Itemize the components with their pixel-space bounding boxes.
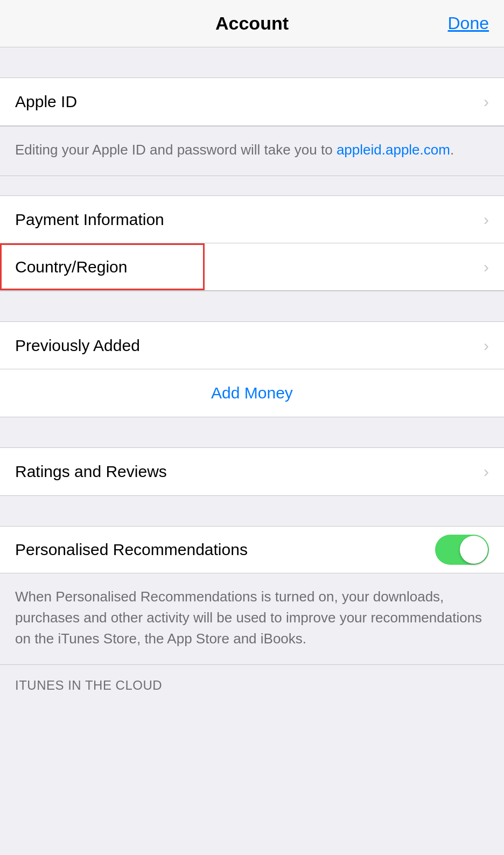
previously-added-row[interactable]: Previously Added › bbox=[0, 322, 504, 369]
apple-id-info-row: Editing your Apple ID and password will … bbox=[0, 126, 504, 176]
payment-chevron-icon: › bbox=[484, 211, 489, 229]
apple-id-info-text: Editing your Apple ID and password will … bbox=[15, 142, 454, 158]
personalised-recommendations-label: Personalised Recommendations bbox=[15, 541, 248, 559]
ratings-reviews-chevron-icon: › bbox=[484, 462, 489, 481]
ratings-reviews-label: Ratings and Reviews bbox=[15, 462, 167, 481]
spacer-3 bbox=[0, 417, 504, 447]
apple-id-label: Apple ID bbox=[15, 93, 77, 111]
ratings-reviews-group: Ratings and Reviews › bbox=[0, 447, 504, 496]
done-button[interactable]: Done bbox=[448, 13, 489, 33]
payment-information-row[interactable]: Payment Information › bbox=[0, 196, 504, 243]
page-title: Account bbox=[215, 13, 289, 34]
add-money-row[interactable]: Add Money bbox=[0, 369, 504, 417]
country-region-chevron-icon: › bbox=[484, 258, 489, 276]
personalised-recommendations-info-text: When Personalised Recommendations is tur… bbox=[15, 588, 482, 647]
ratings-reviews-row[interactable]: Ratings and Reviews › bbox=[0, 448, 504, 495]
previously-added-group: Previously Added › Add Money bbox=[0, 321, 504, 417]
spacer-1 bbox=[0, 176, 504, 195]
payment-country-group: Payment Information › Country/Region › bbox=[0, 195, 504, 291]
spacer-4 bbox=[0, 496, 504, 526]
country-region-label: Country/Region bbox=[15, 258, 127, 276]
personalised-recommendations-row: Personalised Recommendations bbox=[0, 526, 504, 573]
itunes-in-cloud-header: iTUNES IN THE CLOUD bbox=[0, 665, 504, 699]
personalised-recommendations-info: When Personalised Recommendations is tur… bbox=[0, 573, 504, 665]
apple-id-group: Apple ID › bbox=[0, 78, 504, 126]
top-spacer bbox=[0, 47, 504, 78]
country-region-row[interactable]: Country/Region › bbox=[0, 243, 504, 291]
itunes-in-cloud-label: iTUNES IN THE CLOUD bbox=[15, 678, 162, 692]
personalised-recommendations-toggle[interactable] bbox=[435, 535, 489, 565]
spacer-2 bbox=[0, 291, 504, 321]
previously-added-chevron-icon: › bbox=[484, 337, 489, 355]
payment-information-label: Payment Information bbox=[15, 211, 164, 229]
apple-id-info-link[interactable]: appleid.apple.com bbox=[337, 142, 450, 158]
apple-id-info-before: Editing your Apple ID and password will … bbox=[15, 142, 337, 158]
add-money-label: Add Money bbox=[211, 384, 293, 402]
apple-id-chevron-icon: › bbox=[484, 93, 489, 111]
apple-id-info-after: . bbox=[450, 142, 454, 158]
toggle-knob bbox=[460, 536, 488, 564]
navigation-bar: Account Done bbox=[0, 0, 504, 47]
previously-added-label: Previously Added bbox=[15, 337, 140, 355]
apple-id-row[interactable]: Apple ID › bbox=[0, 78, 504, 125]
